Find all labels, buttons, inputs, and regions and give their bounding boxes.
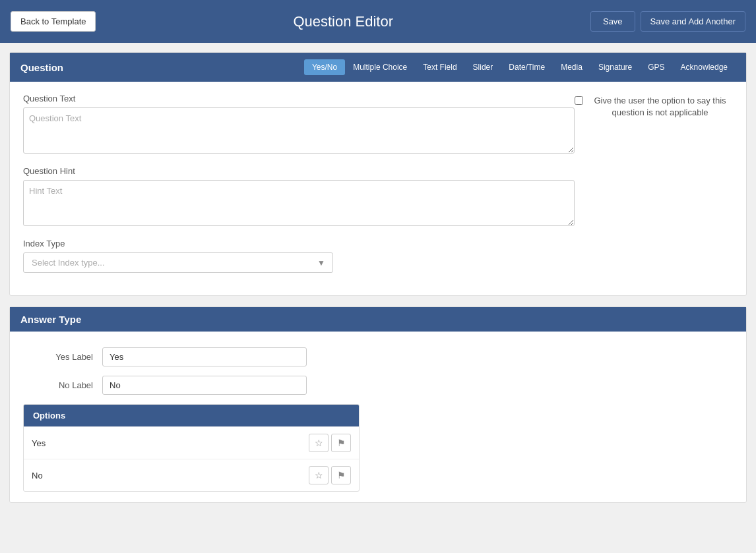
not-applicable-label: Give the user the option to say this que… <box>587 95 733 119</box>
question-hint-label: Question Hint <box>23 166 575 176</box>
index-type-label: Index Type <box>23 239 575 248</box>
option-yes-text: Yes <box>32 438 46 448</box>
yes-label-text: Yes Label <box>23 352 102 362</box>
back-to-template-button[interactable]: Back to Template <box>11 11 96 32</box>
question-panel: Question Yes/No Multiple Choice Text Fie… <box>9 52 747 296</box>
option-row-yes: Yes ☆ ⚑ <box>24 426 359 459</box>
question-panel-title: Question <box>20 62 63 73</box>
tab-text-field[interactable]: Text Field <box>415 59 464 75</box>
question-hint-input[interactable] <box>23 180 575 226</box>
question-text-group: Question Text <box>23 94 575 156</box>
app-header: Back to Template Question Editor Save Sa… <box>0 0 756 43</box>
no-label-row: No Label <box>23 376 733 395</box>
question-hint-group: Question Hint <box>23 166 575 228</box>
option-no-actions: ☆ ⚑ <box>309 466 351 484</box>
question-text-row: Question Text Question Hint Index Type S… <box>23 94 733 283</box>
options-header: Options <box>24 405 359 426</box>
header-actions: Save Save and Add Another <box>590 11 745 32</box>
question-text-label: Question Text <box>23 94 575 103</box>
question-text-section: Question Text Question Hint Index Type S… <box>23 94 575 283</box>
no-label-text: No Label <box>23 380 102 390</box>
question-panel-header: Question Yes/No Multiple Choice Text Fie… <box>10 53 746 82</box>
main-content: Question Yes/No Multiple Choice Text Fie… <box>0 43 756 523</box>
index-type-select[interactable]: Select Index type... <box>23 252 333 273</box>
answer-type-header: Answer Type <box>10 307 746 332</box>
page-title: Question Editor <box>96 13 590 30</box>
index-type-group: Index Type Select Index type... ▼ <box>23 239 575 273</box>
tab-acknowledge[interactable]: Acknowledge <box>673 59 736 75</box>
save-and-add-another-button[interactable]: Save and Add Another <box>641 11 745 32</box>
tab-slider[interactable]: Slider <box>465 59 501 75</box>
no-label-input[interactable] <box>102 376 307 395</box>
answer-type-panel: Answer Type Yes Label No Label Options Y… <box>9 306 747 503</box>
tab-date-time[interactable]: Date/Time <box>501 59 553 75</box>
not-applicable-section: Give the user the option to say this que… <box>575 94 733 119</box>
yes-label-input[interactable] <box>102 347 307 366</box>
option-yes-flag-button[interactable]: ⚑ <box>331 434 351 452</box>
answer-type-title: Answer Type <box>20 314 81 325</box>
tab-signature[interactable]: Signature <box>590 59 640 75</box>
save-button[interactable]: Save <box>590 11 635 32</box>
tab-gps[interactable]: GPS <box>640 59 672 75</box>
option-no-flag-button[interactable]: ⚑ <box>331 466 351 484</box>
not-applicable-checkbox[interactable] <box>575 96 583 105</box>
yes-label-row: Yes Label <box>23 347 733 366</box>
index-type-select-wrapper: Select Index type... ▼ <box>23 252 575 273</box>
question-text-input[interactable] <box>23 107 575 154</box>
option-row-no: No ☆ ⚑ <box>24 459 359 491</box>
options-panel: Options Yes ☆ ⚑ No ☆ ⚑ <box>23 404 360 492</box>
tab-multiple-choice[interactable]: Multiple Choice <box>345 59 415 75</box>
tab-media[interactable]: Media <box>553 59 590 75</box>
tab-yes-no[interactable]: Yes/No <box>304 59 345 75</box>
question-type-tabs: Yes/No Multiple Choice Text Field Slider… <box>304 59 736 75</box>
answer-type-body: Yes Label No Label Options Yes ☆ ⚑ No <box>10 332 746 502</box>
option-no-text: No <box>32 471 43 480</box>
option-yes-star-button[interactable]: ☆ <box>309 434 329 452</box>
option-yes-actions: ☆ ⚑ <box>309 434 351 452</box>
option-no-star-button[interactable]: ☆ <box>309 466 329 484</box>
question-panel-body: Question Text Question Hint Index Type S… <box>10 82 746 295</box>
